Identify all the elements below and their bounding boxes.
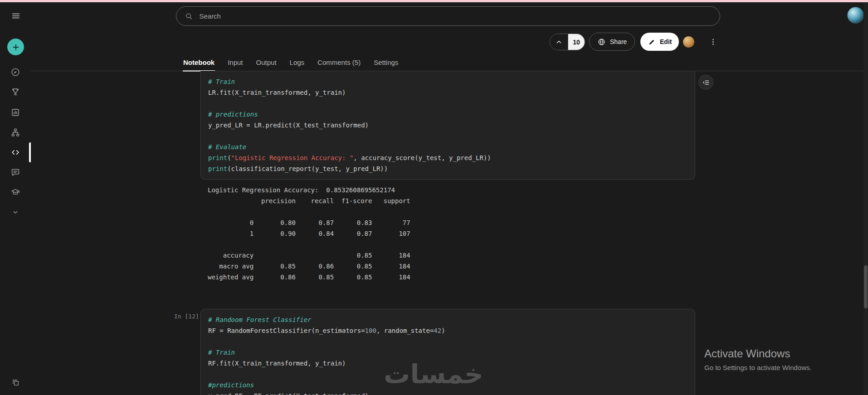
sidebar-item-datasets[interactable]	[0, 102, 31, 122]
sidebar-item-models[interactable]	[0, 122, 31, 142]
activate-windows-notice: Activate Windows Go to Settings to activ…	[704, 347, 812, 371]
upvote-count[interactable]: 10	[568, 34, 585, 50]
code-cell-logistic-regression[interactable]: # TrainLR.fit(X_train_transformed, y_tra…	[200, 71, 695, 180]
discussion-icon	[10, 167, 20, 177]
plus-icon	[11, 43, 20, 52]
globe-share-icon	[597, 38, 606, 46]
sidebar-item-competitions[interactable]	[0, 82, 31, 102]
sidebar-item-learn[interactable]	[0, 182, 31, 202]
menu-button[interactable]	[8, 9, 24, 23]
upvote-button[interactable]: 10	[550, 34, 585, 50]
search-icon	[185, 12, 193, 20]
cell-prompt: In [12]:	[174, 313, 203, 320]
edit-button[interactable]: Edit	[640, 33, 679, 51]
more-options-button[interactable]	[704, 33, 722, 51]
tab-settings[interactable]: Settings	[373, 59, 399, 72]
scrollbar-thumb[interactable]	[864, 265, 868, 308]
search-input[interactable]	[198, 12, 712, 20]
code-content: # TrainLR.fit(X_train_transformed, y_tra…	[208, 76, 688, 174]
share-label: Share	[610, 38, 627, 45]
share-button[interactable]: Share	[589, 33, 635, 51]
scrollbar-track[interactable]	[863, 2, 868, 395]
menu-icon	[11, 11, 21, 21]
sidebar-item-more[interactable]	[0, 202, 31, 222]
tab-comments[interactable]: Comments (5)	[317, 59, 361, 72]
activate-windows-title: Activate Windows	[704, 347, 812, 360]
copy-icon	[11, 378, 20, 387]
tab-logs[interactable]: Logs	[289, 59, 305, 72]
datasets-icon	[10, 107, 20, 117]
models-icon	[10, 127, 20, 137]
sidebar-item-code[interactable]	[0, 142, 31, 162]
tab-input[interactable]: Input	[227, 59, 243, 72]
tab-output[interactable]: Output	[256, 59, 277, 72]
sidebar-item-discussions[interactable]	[0, 162, 31, 182]
activate-windows-subtitle: Go to Settings to activate Windows.	[704, 364, 812, 371]
toc-toggle-button[interactable]	[698, 75, 713, 90]
compass-icon	[10, 67, 20, 77]
kaggle-notebook-page: 10 Share Edit Notebook Input Output Logs…	[0, 0, 868, 395]
trophy-icon	[10, 87, 20, 97]
toc-icon	[702, 78, 710, 87]
caret-up-icon	[550, 34, 568, 50]
chevron-down-icon	[10, 207, 20, 217]
cell-output-classification-report: Logistic Regression Accuracy: 0.85326086…	[208, 185, 410, 283]
search-bar[interactable]	[176, 6, 720, 26]
graduation-cap-icon	[10, 187, 20, 197]
copy-button[interactable]	[0, 372, 31, 392]
create-button[interactable]	[7, 39, 24, 55]
tab-notebook[interactable]: Notebook	[183, 59, 215, 72]
pencil-icon	[648, 38, 656, 46]
edit-label: Edit	[660, 38, 672, 45]
kebab-menu-icon	[709, 38, 717, 46]
user-avatar[interactable]	[847, 7, 864, 24]
author-avatar[interactable]	[683, 36, 694, 48]
sidebar-item-home[interactable]	[0, 62, 31, 82]
code-icon	[10, 147, 20, 157]
khamsat-watermark: خمسات	[384, 359, 483, 390]
notebook-tabs: Notebook Input Output Logs Comments (5) …	[183, 59, 399, 72]
top-accent-strip	[0, 0, 868, 2]
